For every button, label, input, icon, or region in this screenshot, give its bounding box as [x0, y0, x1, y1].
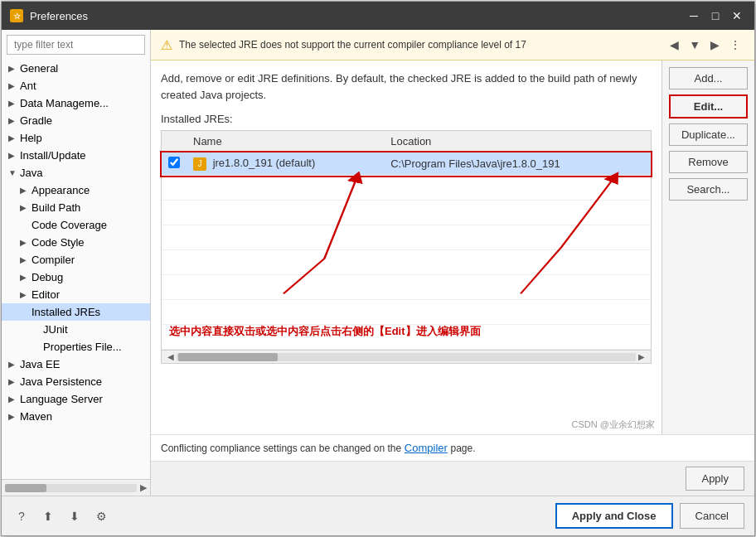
- sidebar-item-java[interactable]: ▼ Java: [2, 164, 150, 181]
- jre-icon: J: [193, 157, 206, 171]
- sidebar-item-label: Data Manageme...: [20, 97, 109, 109]
- sidebar-item-label: Install/Update: [20, 149, 86, 162]
- sidebar-item-label: Appearance: [32, 184, 90, 196]
- help-icon-button[interactable]: ?: [12, 506, 32, 526]
- cancel-button[interactable]: Cancel: [680, 503, 744, 529]
- sidebar: ▶ General ▶ Ant ▶ Data Manageme... ▶ Gra…: [2, 30, 151, 496]
- sidebar-hscroll-track[interactable]: [5, 484, 137, 492]
- expand-arrow: ▶: [20, 203, 28, 212]
- table-scroll-left[interactable]: ◀: [165, 352, 177, 361]
- table-header-checkbox: [162, 131, 187, 152]
- expand-arrow: ▶: [20, 255, 28, 264]
- sidebar-item-debug[interactable]: ▶ Debug: [2, 268, 150, 286]
- warning-text: The selected JRE does not support the cu…: [179, 39, 660, 51]
- table-row[interactable]: J jre1.8.0_191 (default) C:\Program File…: [162, 152, 651, 176]
- sidebar-item-label: Installed JREs: [32, 306, 100, 318]
- sidebar-scroll-arrow[interactable]: ▶: [137, 482, 147, 493]
- table-row-empty: [162, 275, 651, 300]
- content-with-buttons: Add, remove or edit JRE definitions. By …: [151, 60, 754, 434]
- sidebar-item-build-path[interactable]: ▶ Build Path: [2, 199, 150, 216]
- table-scroll-track[interactable]: [177, 353, 636, 361]
- duplicate-button[interactable]: Duplicate...: [669, 123, 748, 146]
- sidebar-scrollbar[interactable]: ▶: [2, 479, 150, 496]
- expand-arrow: ▶: [8, 99, 17, 108]
- add-button[interactable]: Add...: [669, 67, 748, 90]
- tree: ▶ General ▶ Ant ▶ Data Manageme... ▶ Gra…: [2, 60, 150, 479]
- compiler-link[interactable]: Compiler: [405, 442, 448, 454]
- sidebar-item-install-update[interactable]: ▶ Install/Update: [2, 147, 150, 164]
- expand-arrow: ▼: [8, 168, 17, 177]
- sidebar-hscroll-thumb[interactable]: [5, 484, 46, 492]
- sidebar-item-label: Editor: [32, 288, 60, 301]
- sidebar-item-installed-jres[interactable]: ▶ Installed JREs: [2, 303, 150, 321]
- bottom-text-prefix: Conflicting compliance settings can be c…: [161, 443, 401, 454]
- dialog-footer: ? ⬆ ⬇ ⚙ Apply and Close Cancel: [2, 496, 754, 535]
- sidebar-item-ant[interactable]: ▶ Ant: [2, 77, 150, 94]
- sidebar-item-gradle[interactable]: ▶ Gradle: [2, 112, 150, 129]
- expand-arrow: ▶: [8, 360, 17, 369]
- table-row-empty: [162, 176, 651, 201]
- jre-table: Name Location: [162, 131, 651, 350]
- warning-icon: ⚠: [161, 37, 172, 53]
- apply-close-button[interactable]: Apply and Close: [555, 503, 673, 529]
- table-row-empty: [162, 225, 651, 250]
- sidebar-item-help[interactable]: ▶ Help: [2, 129, 150, 147]
- sidebar-item-code-coverage[interactable]: ▶ Code Coverage: [2, 216, 150, 234]
- jre-checkbox[interactable]: [168, 157, 180, 168]
- import-icon-button[interactable]: ⬇: [65, 506, 85, 526]
- footer-right: Apply and Close Cancel: [555, 503, 744, 529]
- sidebar-item-junit[interactable]: ▶ JUnit: [2, 321, 150, 338]
- edit-button[interactable]: Edit...: [669, 94, 748, 119]
- main-panel: ⚠ The selected JRE does not support the …: [151, 30, 754, 496]
- expand-arrow: ▶: [8, 81, 17, 90]
- warning-menu-button[interactable]: ⋮: [726, 36, 744, 53]
- sidebar-item-java-ee[interactable]: ▶ Java EE: [2, 356, 150, 373]
- expand-arrow: ▶: [20, 290, 28, 299]
- expand-arrow: ▶: [8, 412, 17, 421]
- table-scroll-thumb[interactable]: [178, 353, 278, 361]
- sidebar-item-label: JUnit: [43, 323, 68, 336]
- remove-button[interactable]: Remove: [669, 151, 748, 173]
- expand-arrow: ▶: [8, 133, 17, 143]
- maximize-button[interactable]: □: [706, 7, 724, 25]
- sidebar-item-language-server[interactable]: ▶ Language Server: [2, 390, 150, 408]
- warning-dropdown-button[interactable]: ▼: [686, 36, 704, 53]
- sidebar-item-properties-file[interactable]: ▶ Properties File...: [2, 338, 150, 356]
- jre-checkbox-cell: [162, 152, 187, 176]
- sidebar-item-java-persistence[interactable]: ▶ Java Persistence: [2, 373, 150, 390]
- minimize-button[interactable]: ─: [685, 7, 703, 25]
- table-scroll-right[interactable]: ▶: [636, 352, 647, 361]
- search-button[interactable]: Search...: [669, 178, 748, 201]
- warning-bar: ⚠ The selected JRE does not support the …: [151, 30, 754, 60]
- table-header-name[interactable]: Name: [187, 131, 384, 152]
- sidebar-item-appearance[interactable]: ▶ Appearance: [2, 181, 150, 199]
- settings-icon-button[interactable]: ⚙: [91, 506, 111, 526]
- warning-next-button[interactable]: ▶: [707, 36, 723, 53]
- filter-input[interactable]: [7, 35, 145, 55]
- sidebar-item-label: Gradle: [20, 114, 52, 127]
- preferences-dialog: ☆ Preferences ─ □ ✕ ▶ General ▶ Ant: [1, 1, 755, 536]
- sidebar-item-label: Maven: [20, 410, 52, 423]
- sidebar-item-compiler[interactable]: ▶ Compiler: [2, 251, 150, 268]
- export-icon-button[interactable]: ⬆: [38, 506, 58, 526]
- warning-prev-button[interactable]: ◀: [666, 36, 682, 53]
- table-hscroll[interactable]: ◀ ▶: [162, 350, 651, 363]
- sidebar-item-code-style[interactable]: ▶ Code Style: [2, 234, 150, 251]
- table-header-location[interactable]: Location: [384, 131, 651, 152]
- title-bar: ☆ Preferences ─ □ ✕: [2, 2, 754, 30]
- jre-name-cell: J jre1.8.0_191 (default): [187, 152, 384, 176]
- jre-table-container: Name Location: [161, 130, 652, 364]
- sidebar-item-data-mgmt[interactable]: ▶ Data Manageme...: [2, 94, 150, 112]
- sidebar-item-maven[interactable]: ▶ Maven: [2, 408, 150, 425]
- apply-button[interactable]: Apply: [686, 467, 744, 491]
- watermark: CSDN @业余幻想家: [572, 418, 655, 431]
- bottom-area: Conflicting compliance settings can be c…: [151, 434, 754, 461]
- sidebar-item-label: General: [20, 62, 58, 75]
- installed-jres-label: Installed JREs:: [161, 113, 652, 125]
- sidebar-item-label: Code Style: [32, 236, 85, 249]
- dialog-body: ▶ General ▶ Ant ▶ Data Manageme... ▶ Gra…: [2, 30, 754, 496]
- close-button[interactable]: ✕: [728, 7, 746, 25]
- sidebar-item-editor[interactable]: ▶ Editor: [2, 286, 150, 303]
- sidebar-item-label: Help: [20, 132, 42, 144]
- sidebar-item-general[interactable]: ▶ General: [2, 60, 150, 77]
